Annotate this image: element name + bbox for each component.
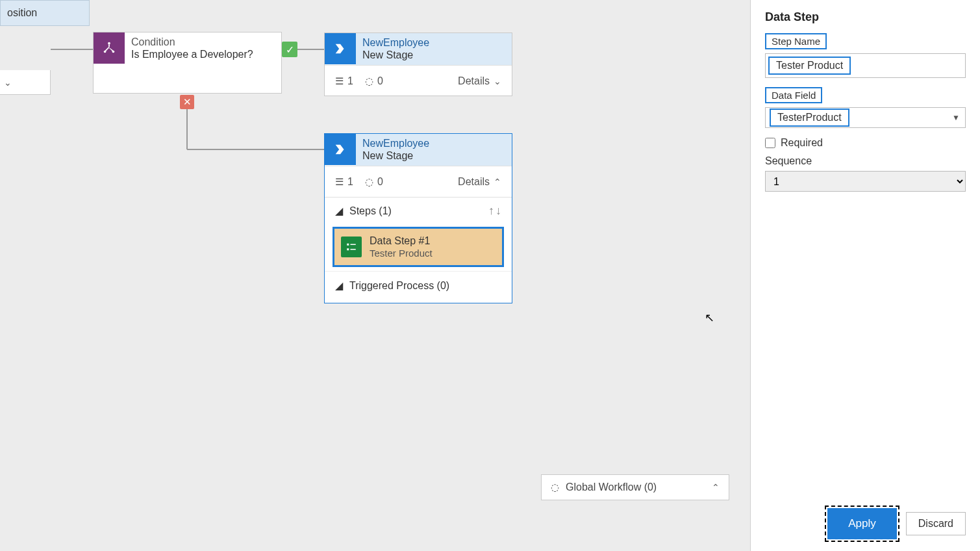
- svg-point-4: [108, 42, 110, 45]
- stage-entity: NewEmployee: [362, 138, 505, 149]
- condition-yes-badge: ✓: [282, 42, 297, 57]
- step-subtitle: Tester Product: [370, 248, 433, 259]
- move-down-icon[interactable]: ↓: [496, 204, 501, 218]
- partial-title: osition: [7, 7, 37, 19]
- steps-count-icon: ☰: [335, 176, 344, 188]
- data-field-select[interactable]: TesterProduct ▼: [765, 107, 966, 128]
- step-title: Data Step #1: [370, 235, 433, 247]
- global-workflow-label: Global Workflow (0): [566, 481, 657, 493]
- condition-type-label: Condition: [131, 36, 253, 48]
- partial-stage-node[interactable]: osition: [0, 0, 90, 26]
- expand-triangle-icon: ◢: [335, 205, 343, 217]
- steps-section-header[interactable]: ◢ Steps (1) ↑ ↓: [325, 197, 512, 224]
- stage-icon: [325, 33, 356, 64]
- stage-icon: [325, 134, 356, 165]
- panel-title: Data Step: [765, 10, 966, 24]
- sequence-select[interactable]: 1: [765, 171, 966, 192]
- stage-name: New Stage: [362, 49, 505, 61]
- workflow-count: 0: [377, 176, 383, 188]
- stage-node-top[interactable]: NewEmployee New Stage ☰1 ◌0 Details ⌄: [324, 32, 512, 96]
- steps-count: 1: [347, 75, 353, 87]
- step-name-label: Step Name: [765, 33, 827, 49]
- step-name-field-wrap: Tester Product: [765, 53, 966, 78]
- apply-highlight: Apply: [827, 508, 897, 539]
- step-name-input[interactable]: Tester Product: [768, 57, 851, 75]
- details-toggle-expanded[interactable]: Details ⌃: [458, 176, 501, 188]
- expand-triangle-icon: ◢: [335, 279, 343, 292]
- workflow-count-icon: ◌: [365, 176, 373, 188]
- chevron-down-icon: ⌄: [4, 77, 12, 88]
- move-up-icon[interactable]: ↑: [488, 204, 494, 218]
- apply-button[interactable]: Apply: [829, 510, 895, 537]
- sequence-label: Sequence: [765, 155, 966, 167]
- data-step-icon: [341, 237, 362, 257]
- svg-rect-8: [347, 248, 349, 250]
- workflow-count: 0: [377, 75, 383, 87]
- partial-details-toggle[interactable]: Details ⌄: [0, 70, 51, 95]
- properties-panel: Data Step Step Name Tester Product Data …: [750, 0, 980, 551]
- condition-question: Is Employee a Developer?: [131, 49, 253, 60]
- stage-entity: NewEmployee: [362, 37, 505, 49]
- global-workflow-bar[interactable]: ◌ Global Workflow (0) ⌃: [541, 474, 729, 500]
- workflow-count-icon: ◌: [365, 75, 373, 87]
- chevron-down-icon: ⌄: [494, 76, 501, 86]
- details-toggle-collapsed[interactable]: Details ⌄: [458, 75, 501, 87]
- data-step-item-selected[interactable]: Data Step #1 Tester Product: [333, 227, 504, 267]
- chevron-up-icon: ⌃: [494, 177, 501, 187]
- triggered-label: Triggered Process (0): [349, 280, 449, 292]
- data-field-label: Data Field: [765, 87, 822, 103]
- condition-icon: [94, 32, 125, 64]
- discard-button[interactable]: Discard: [906, 512, 966, 535]
- stage-node-expanded[interactable]: NewEmployee New Stage ☰1 ◌0 Details ⌃ ◢ …: [324, 133, 512, 303]
- condition-node[interactable]: Condition Is Employee a Developer?: [93, 32, 282, 94]
- details-label: Details: [458, 75, 490, 87]
- steps-count-icon: ☰: [335, 75, 344, 87]
- svg-rect-10: [351, 249, 356, 250]
- svg-rect-9: [351, 244, 356, 246]
- svg-rect-7: [347, 244, 349, 246]
- workflow-canvas[interactable]: osition Details ⌄ Condition Is Employee …: [0, 0, 750, 551]
- details-label: Details: [458, 176, 490, 188]
- required-checkbox[interactable]: [765, 138, 775, 148]
- dropdown-caret-icon: ▼: [952, 113, 960, 122]
- workflow-icon: ◌: [551, 481, 559, 493]
- stage-name: New Stage: [362, 150, 505, 162]
- cursor-icon: ↖: [705, 311, 714, 325]
- triggered-process-section[interactable]: ◢ Triggered Process (0): [325, 271, 512, 300]
- required-label: Required: [781, 137, 823, 149]
- data-field-value: TesterProduct: [770, 109, 849, 127]
- steps-label: Steps (1): [349, 205, 392, 217]
- chevron-up-icon: ⌃: [712, 482, 720, 493]
- condition-no-badge: ✕: [180, 95, 194, 109]
- steps-count: 1: [347, 176, 353, 188]
